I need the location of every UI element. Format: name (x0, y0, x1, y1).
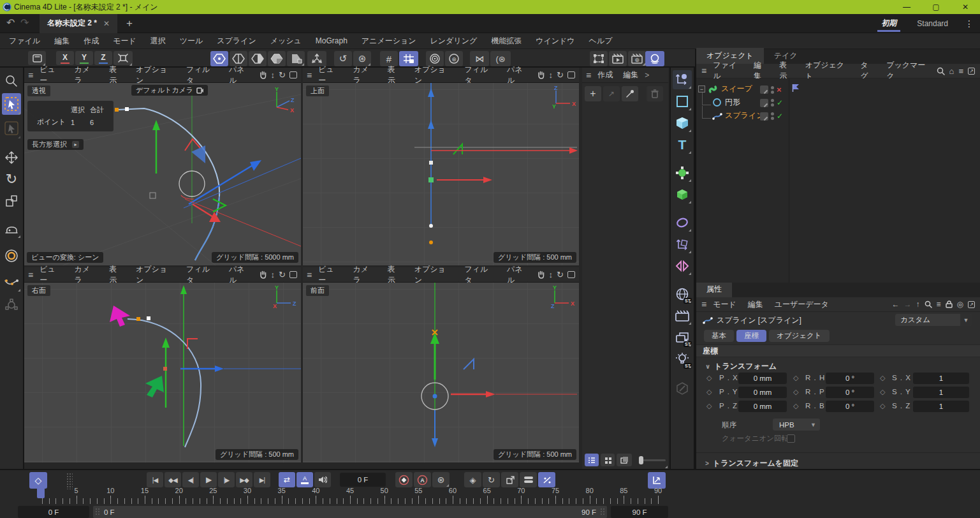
end-frame-field[interactable]: 90 F (611, 506, 668, 518)
menu-render[interactable]: レンダリング (424, 34, 484, 48)
open-window-icon[interactable]: ↗ (968, 68, 975, 75)
last-tool-icon[interactable] (2, 219, 21, 239)
rotate-view-icon[interactable]: ↻ (557, 70, 564, 80)
deformer-icon[interactable] (673, 213, 692, 232)
pan-hand-icon[interactable] (537, 71, 545, 79)
pan-hand-icon[interactable] (259, 270, 267, 279)
key-rotation-icon[interactable]: ↻ (483, 472, 500, 487)
light-object-icon[interactable]: ST (673, 350, 692, 369)
pen-spline-tool-icon[interactable] (673, 70, 692, 89)
zoom-view-icon[interactable]: ↕ (549, 70, 553, 80)
hamburger-icon[interactable]: ≡ (586, 70, 591, 80)
interactive-render-icon[interactable] (645, 51, 664, 66)
preset-dropdown[interactable]: カスタム ▼ (895, 314, 972, 326)
undo-icon[interactable]: ↶ (6, 17, 20, 31)
maximize-button[interactable]: ▢ (921, 0, 951, 14)
menu-extensions[interactable]: 機能拡張 (485, 34, 528, 48)
autokey-frame-icon[interactable]: A (296, 472, 313, 487)
null-axis-icon[interactable] (673, 235, 692, 254)
prev-key-button[interactable]: ◆◀ (165, 472, 181, 487)
camera-object-icon[interactable] (673, 306, 692, 325)
environment-sky-icon[interactable]: ST (673, 285, 692, 304)
menu-help[interactable]: ヘルプ (583, 34, 619, 48)
maximize-view-icon[interactable] (567, 71, 575, 78)
document-tab[interactable]: 名称未設定 2 * ✕ (40, 14, 117, 33)
instance-symmetry-icon[interactable] (673, 256, 692, 276)
am-menu-edit[interactable]: 編集 (743, 298, 768, 311)
eyedropper-icon[interactable] (622, 86, 638, 101)
render-view-icon[interactable] (609, 51, 627, 66)
chip-coordinates[interactable]: 座標 (736, 330, 766, 342)
material-list-view-icon[interactable] (585, 454, 599, 466)
maximize-view-icon[interactable] (289, 71, 297, 78)
py-field[interactable]: 0 mm (738, 387, 787, 398)
spline-primitive-icon[interactable] (673, 92, 692, 111)
menu-create[interactable]: 作成 (77, 34, 105, 48)
key-scale-icon[interactable] (501, 472, 518, 487)
chip-object[interactable]: オブジェクト (769, 330, 830, 342)
render-settings-icon[interactable]: ⊛ (628, 51, 646, 66)
start-frame-field[interactable]: 0 F (18, 506, 89, 518)
back-icon[interactable]: ← (892, 300, 900, 309)
pan-hand-icon[interactable] (259, 71, 267, 79)
range-start-handle[interactable] (95, 508, 100, 516)
next-frame-button[interactable]: |▶ (218, 472, 235, 487)
key-pla-icon[interactable] (538, 472, 555, 487)
hamburger-icon[interactable]: ≡ (701, 66, 706, 76)
play-button[interactable]: ▶ (200, 472, 217, 487)
live-selection-tool-icon[interactable] (2, 93, 21, 115)
object-name[interactable]: スイープ (721, 84, 752, 94)
pan-hand-icon[interactable] (537, 270, 545, 279)
rotate-view-icon[interactable]: ↻ (279, 70, 286, 80)
scale-tool-icon[interactable] (2, 191, 21, 211)
enabled-check-icon[interactable]: ✓ (777, 112, 783, 121)
zoom-view-icon[interactable]: ↕ (271, 70, 275, 80)
zoom-view-icon[interactable]: ↕ (549, 270, 553, 279)
phong-tag-icon[interactable] (792, 84, 800, 92)
menu-animation[interactable]: アニメーション (355, 34, 423, 48)
next-key-button[interactable]: ▶◆ (236, 472, 252, 487)
viewport-perspective-canvas[interactable]: 透視 デフォルトカメラ 選択合計 ポイント16 長方形選択 ▸ Y Z X ビュ… (24, 83, 301, 265)
rotate-view-icon[interactable]: ↻ (557, 270, 564, 279)
hamburger-icon[interactable]: ≡ (28, 70, 33, 80)
viewport-top-canvas[interactable]: 上面 Z X Y グリッド間隔 : 500 mm (303, 83, 579, 265)
prev-frame-button[interactable]: ◀| (182, 472, 199, 487)
redo-icon[interactable]: ↷ (20, 17, 34, 31)
maximize-view-icon[interactable] (567, 271, 575, 278)
menu-mesh[interactable]: メッシュ (264, 34, 308, 48)
maximize-view-icon[interactable] (289, 271, 297, 278)
home-icon[interactable]: ⌂ (949, 66, 954, 76)
menu-edit[interactable]: 編集 (48, 34, 76, 48)
sound-icon[interactable] (314, 472, 331, 487)
open-window-icon[interactable]: ↗ (968, 301, 975, 308)
autokeying-icon[interactable]: A (414, 472, 431, 487)
menu-tools[interactable]: ツール (173, 34, 210, 48)
viewport-front-canvas[interactable]: 前面 Y X Z グリッド間隔 : 500 mm (303, 283, 579, 463)
am-menu-mode[interactable]: モード (708, 298, 742, 311)
menu-file[interactable]: ファイル (3, 34, 47, 48)
sy-field[interactable]: 1 (913, 387, 969, 398)
visibility-dots-icon[interactable] (771, 99, 774, 107)
zoom-view-icon[interactable]: ↕ (271, 270, 275, 279)
visibility-dots-icon[interactable] (771, 112, 774, 120)
edit-toggle-icon[interactable] (760, 112, 768, 121)
apply-material-icon[interactable]: ↗ (603, 86, 620, 101)
follow-icon[interactable]: ◎ (957, 300, 963, 309)
material-menu-edit[interactable]: 編集 (619, 68, 642, 82)
slider-thumb[interactable] (639, 456, 643, 464)
key-position-icon[interactable]: ◈ (464, 472, 481, 487)
minimize-button[interactable]: — (892, 0, 921, 14)
px-field[interactable]: 0 mm (738, 373, 787, 384)
rh-field[interactable]: 0 ° (826, 373, 874, 384)
simulation-ring-icon[interactable] (2, 246, 21, 265)
menu-spline[interactable]: スプライン (210, 34, 262, 48)
layout-tab-standard[interactable]: Standard (917, 19, 948, 28)
edit-render-setting-icon[interactable] (673, 379, 692, 398)
keyframe-diamond-icon[interactable]: ◇ (880, 402, 885, 410)
keyframe-diamond-icon[interactable]: ◇ (706, 388, 712, 396)
hamburger-icon[interactable]: ≡ (307, 70, 312, 80)
quaternion-checkbox[interactable] (787, 434, 795, 443)
cube-primitive-icon[interactable] (673, 114, 692, 133)
keyframe-diamond-icon[interactable]: ◇ (880, 374, 885, 382)
menu-mode[interactable]: モード (106, 34, 143, 48)
